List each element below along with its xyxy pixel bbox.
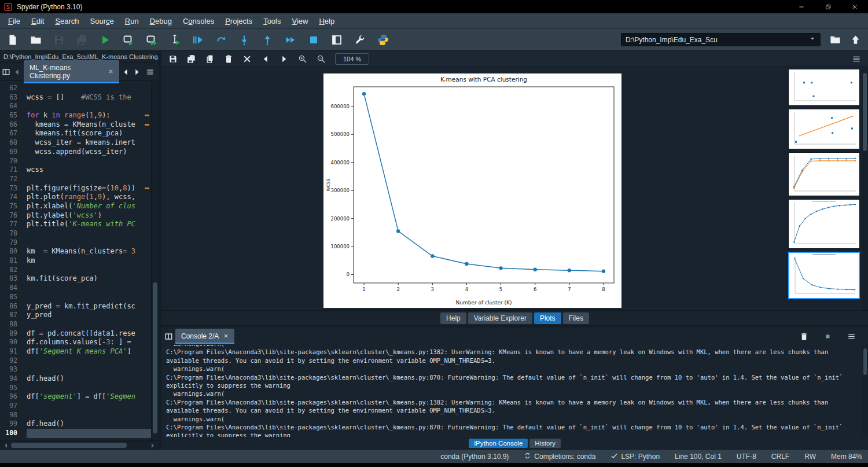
close-button[interactable] — [841, 0, 868, 13]
plot-thumbnail-2[interactable] — [788, 109, 860, 149]
menu-item-search[interactable]: Search — [50, 15, 84, 27]
restore-button[interactable] — [815, 0, 841, 13]
tab-plots[interactable]: Plots — [534, 312, 561, 324]
console-output[interactable]: warnings.warn(C:\Program Files\Anaconda3… — [161, 345, 868, 437]
line-number: 63 — [0, 93, 27, 102]
save-all-plots-button[interactable] — [187, 54, 196, 64]
scrollbar-thumb[interactable] — [863, 73, 867, 151]
run-cell-and-advance-button[interactable] — [146, 34, 157, 46]
save-button[interactable] — [53, 34, 65, 46]
scrollbar-thumb[interactable] — [153, 282, 157, 433]
run-selection-button[interactable] — [169, 34, 181, 46]
console-line: explicitly to suppress the warning — [166, 381, 863, 389]
code-line: 94df.head() — [0, 374, 159, 384]
execute-last-cell-button[interactable] — [215, 34, 227, 46]
plot-thumbnail-1[interactable] — [788, 69, 860, 106]
scroll-left-arrow-icon[interactable] — [2, 443, 7, 448]
console-line: C:\Program Files\Anaconda3\lib\site-pack… — [166, 373, 863, 381]
editor-tab[interactable]: ML_K-means Clustering.py — [24, 60, 119, 83]
interrupt-kernel-button[interactable] — [823, 332, 832, 341]
line-number: 67 — [0, 129, 27, 138]
editor-vertical-scrollbar[interactable] — [151, 81, 159, 440]
menu-item-help[interactable]: Help — [314, 15, 340, 27]
line-number: 92 — [0, 356, 27, 366]
occurrence-marker — [145, 115, 149, 116]
stop-debugging-button[interactable] — [308, 34, 319, 46]
tab-variable-explorer[interactable]: Variable Explorer — [468, 312, 532, 324]
zoom-in-button[interactable] — [298, 54, 307, 64]
console-tabbar: Console 2/A — [161, 328, 868, 345]
remove-plot-button[interactable] — [224, 54, 233, 64]
menu-item-debug[interactable]: Debug — [145, 15, 177, 27]
save-plot-button[interactable] — [168, 54, 178, 64]
scrollbar-thumb[interactable] — [11, 443, 127, 448]
menu-item-projects[interactable]: Projects — [220, 15, 258, 27]
menu-item-edit[interactable]: Edit — [26, 15, 49, 27]
pane-tabbar: HelpVariable ExplorerPlotsFiles — [161, 311, 868, 325]
console-options-menu-button[interactable] — [847, 332, 856, 341]
menu-item-tools[interactable]: Tools — [258, 15, 286, 27]
check-icon — [610, 452, 618, 461]
continue-execution-button[interactable] — [285, 34, 296, 46]
editor-options-menu-button[interactable] — [146, 68, 155, 76]
thumbnails-scrollbar[interactable] — [862, 67, 868, 310]
tab-help[interactable]: Help — [440, 312, 466, 324]
tab-ipython-console[interactable]: IPython Console — [469, 439, 528, 448]
next-plot-button[interactable] — [279, 54, 289, 64]
run-file-button[interactable] — [100, 34, 111, 46]
next-tab-button[interactable] — [133, 68, 141, 76]
console-tab[interactable]: Console 2/A — [175, 329, 234, 344]
run-cell-button[interactable] — [123, 34, 134, 46]
plot-thumbnail-4[interactable] — [788, 199, 860, 249]
zoom-out-button[interactable] — [317, 54, 326, 64]
menu-item-run[interactable]: Run — [120, 15, 144, 27]
scroll-right-arrow-icon[interactable] — [152, 443, 156, 448]
menu-item-file[interactable]: File — [3, 15, 25, 27]
close-console-tab-icon[interactable] — [223, 332, 229, 340]
plots-options-menu-button[interactable] — [852, 54, 861, 64]
code-editor[interactable]: 6263wcss = [] #WCSS is the6465for k in r… — [0, 81, 159, 440]
new-file-button[interactable] — [7, 34, 19, 46]
tab-files[interactable]: Files — [563, 312, 589, 324]
step-return-button[interactable] — [262, 34, 273, 46]
open-file-button[interactable] — [30, 34, 42, 46]
previous-tab-button[interactable] — [122, 68, 130, 76]
maximize-pane-button[interactable] — [331, 34, 343, 46]
remove-console-button[interactable] — [800, 332, 808, 341]
browse-working-directory-button[interactable] — [830, 34, 841, 45]
browse-tabs-button[interactable] — [2, 68, 10, 76]
svg-text:6: 6 — [534, 286, 536, 292]
plot-thumbnail-5[interactable] — [788, 252, 860, 299]
remove-all-plots-button[interactable] — [242, 54, 252, 64]
step-into-button[interactable] — [238, 34, 250, 46]
copy-plot-button[interactable] — [205, 54, 215, 64]
scroll-tabs-left-icon[interactable] — [13, 68, 21, 76]
scrollbar-thumb[interactable] — [863, 348, 867, 375]
console-scrollbar[interactable] — [862, 345, 868, 437]
close-tab-icon[interactable] — [108, 68, 113, 76]
line-number: 68 — [0, 138, 27, 148]
debug-file-button[interactable] — [192, 34, 204, 46]
plot-zoom-level[interactable]: 104 % — [335, 53, 369, 65]
minimize-button[interactable] — [788, 0, 815, 13]
chevron-down-icon[interactable] — [809, 35, 816, 44]
browse-console-tabs-button[interactable] — [164, 332, 173, 341]
plot-thumbnail-3[interactable] — [788, 152, 860, 196]
parent-directory-button[interactable] — [850, 34, 861, 45]
code-text: km.fit(score_pca) — [27, 274, 159, 284]
status-memory: Mem 84% — [831, 453, 862, 461]
code-text: wcss.append(wcss_iter) — [27, 148, 159, 157]
preferences-button[interactable] — [354, 34, 366, 46]
svg-text:Number of cluster (K): Number of cluster (K) — [456, 300, 512, 306]
tab-history[interactable]: History — [529, 439, 561, 448]
previous-plot-button[interactable] — [261, 54, 270, 64]
editor-horizontal-scrollbar[interactable] — [0, 440, 159, 450]
python-path-manager-button[interactable] — [377, 34, 389, 46]
menu-item-source[interactable]: Source — [85, 15, 119, 27]
menu-item-consoles[interactable]: Consoles — [178, 15, 219, 27]
menu-item-view[interactable]: View — [286, 15, 313, 27]
code-text: y_pred = km.fit_predict(sc — [27, 302, 159, 311]
save-all-button[interactable] — [76, 34, 88, 46]
line-number: 76 — [0, 211, 27, 220]
working-directory-combobox[interactable]: D:\Python_Imp\Edu_Exa_Scu — [621, 33, 821, 46]
